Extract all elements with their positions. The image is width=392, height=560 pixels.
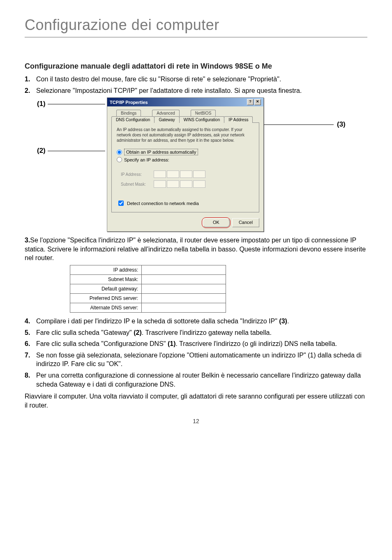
step-number: 4. [25,317,36,326]
step-number: 6. [25,339,36,348]
subnet-mask-row: Subnet Mask: [121,180,250,188]
tcpip-properties-dialog: TCP/IP Properties ? ✕ Bindings Advanced … [107,97,264,232]
step-number: 1. [25,75,36,84]
ip-address-input[interactable] [154,171,205,178]
table-row: Preferred DNS server: [70,293,226,303]
step-text: Compilare i dati per l'indirizzo IP e la… [36,317,367,326]
step-text: Se non fosse già selezionata, selezionar… [36,351,367,369]
annotation-line [48,104,105,104]
step-1: 1. Con il tasto destro del mouse, fare c… [25,75,367,84]
value-cell [142,284,226,293]
help-button[interactable]: ? [247,99,254,105]
detect-connection-row[interactable]: Detect connection to network media [117,199,254,207]
table-row: Subnet Mask: [70,274,226,284]
value-cell [142,274,226,284]
step-text: Fare clic sulla scheda "Gateway" (2). Tr… [36,328,367,337]
subnet-mask-label: Subnet Mask: [121,182,154,187]
step-7: 7. Se non fosse già selezionata, selezio… [25,351,367,369]
ip-fields-group: IP Address: Subnet Mask: [117,165,254,194]
tab-gateway[interactable]: Gateway [154,116,179,123]
ip-address-row: IP Address: [121,171,250,178]
step-number: 2. [25,86,36,95]
table-row: IP address: [70,265,226,274]
dialog-title: TCP/IP Properties [110,100,148,105]
step-5: 5. Fare clic sulla scheda "Gateway" (2).… [25,328,367,337]
radio-obtain-auto[interactable]: Obtain an IP address automatically [117,149,254,155]
section-subheading: Configurazione manuale degli adattatori … [25,62,367,71]
page-title: Configurazione dei computer [25,16,367,34]
step-2: 2. Selezionare "Impostazioni TCP/IP" per… [25,86,367,95]
step-number: 8. [25,371,36,380]
table-row: Alternate DNS server: [70,303,226,312]
ok-button[interactable]: OK [203,218,230,227]
ip-address-panel: An IP address can be automatically assig… [111,122,259,212]
value-cell [142,303,226,312]
dialog-titlebar: TCP/IP Properties ? ✕ [107,98,263,106]
preferred-dns-cell: Preferred DNS server: [70,293,142,303]
step-number: 7. [25,351,36,360]
step-text: Selezionare "Impostazioni TCP/IP" per l'… [36,86,367,95]
radio-specify-input[interactable] [117,157,122,162]
value-cell [142,293,226,303]
annotation-marker-2: (2) [37,147,46,155]
step-8: 8. Per una corretta configurazione di co… [25,371,367,389]
radio-obtain-auto-label: Obtain an IP address automatically [124,149,198,155]
detect-connection-label: Detect connection to network media [127,201,199,206]
table-row: Default gateway: [70,284,226,293]
subnet-mask-input[interactable] [154,180,205,188]
radio-obtain-auto-input[interactable] [117,150,122,155]
detect-connection-checkbox[interactable] [118,200,124,206]
tab-advanced[interactable]: Advanced [152,110,179,116]
value-cell [142,265,226,274]
steps-1-2: 1. Con il tasto destro del mouse, fare c… [25,75,367,95]
step-4: 4. Compilare i dati per l'indirizzo IP e… [25,317,367,326]
closing-paragraph: Riavviare il computer. Una volta riavvia… [25,392,367,410]
annotation-marker-3: (3) [337,120,346,129]
cancel-button[interactable]: Cancel [232,218,259,227]
step-text: Fare clic sulla scheda "Configurazione D… [36,339,367,348]
subnet-mask-cell: Subnet Mask: [70,274,142,284]
panel-description: An IP address can be automatically assig… [117,127,254,143]
tab-bindings[interactable]: Bindings [116,110,141,116]
close-button[interactable]: ✕ [254,99,261,105]
step-text: Con il tasto destro del mouse, fare clic… [36,75,367,84]
annotation-line [48,151,105,151]
alternate-dns-cell: Alternate DNS server: [70,303,142,312]
step-3: 3.Se l'opzione "Specifica l'indirizzo IP… [25,236,367,263]
ip-address-label: IP Address: [121,172,154,177]
tab-wins-configuration[interactable]: WINS Configuration [179,116,224,123]
step-6: 6. Fare clic sulla scheda "Configurazion… [25,339,367,348]
steps-4-8: 4. Compilare i dati per l'indirizzo IP e… [25,317,367,389]
radio-specify[interactable]: Specify an IP address: [117,157,254,162]
ip-info-table: IP address: Subnet Mask: Default gateway… [70,265,226,313]
step-number: 3. [25,237,30,244]
tab-dns-configuration[interactable]: DNS Configuration [111,116,154,123]
step-text: Se l'opzione "Specifica l'indirizzo IP" … [25,237,366,261]
radio-specify-label: Specify an IP address: [124,157,169,162]
tab-ip-address[interactable]: IP Address [224,116,253,123]
step-number: 5. [25,328,36,337]
annotation-line [264,124,334,125]
annotation-marker-1: (1) [37,100,46,108]
ip-address-cell: IP address: [70,265,142,274]
page-number: 12 [25,418,367,424]
tab-netbios[interactable]: NetBIOS [191,110,216,116]
step-text: Per una corretta configurazione di conne… [36,371,367,389]
default-gateway-cell: Default gateway: [70,284,142,293]
